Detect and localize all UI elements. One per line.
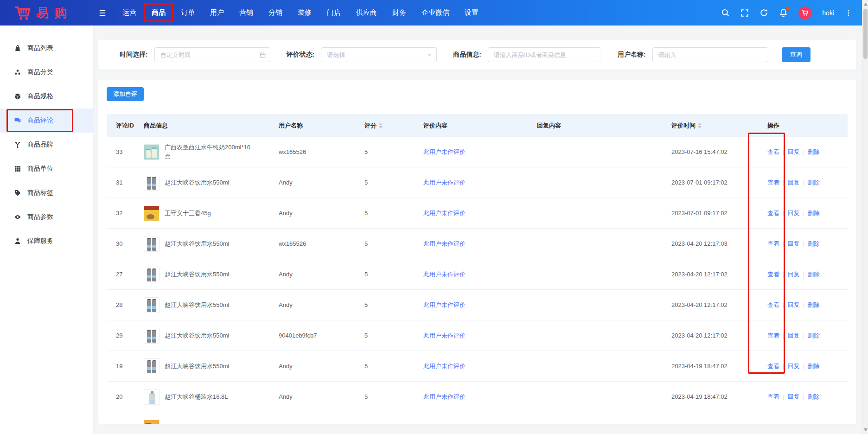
column-header-label: 回复内容 [537, 121, 561, 130]
nav-item-7[interactable]: 门店 [327, 8, 341, 17]
delete-link[interactable]: 删除 [808, 210, 820, 217]
delete-link[interactable]: 删除 [808, 424, 820, 424]
scrollbar-up-arrow[interactable] [864, 3, 868, 6]
time-range-input[interactable] [154, 47, 270, 62]
column-header-6[interactable]: 评价时间 [671, 121, 767, 130]
review-id: 33 [116, 148, 144, 155]
scrollbar-down-arrow[interactable] [864, 428, 868, 431]
review-content-link[interactable]: 此用户未作评价 [423, 301, 466, 308]
menu-fold-icon[interactable] [98, 9, 107, 17]
delete-link[interactable]: 删除 [808, 148, 820, 155]
column-header-4: 评价内容 [423, 121, 537, 130]
nav-item-10[interactable]: 企业微信 [421, 8, 449, 17]
view-link[interactable]: 查看 [767, 332, 779, 339]
reply-link[interactable]: 回复 [787, 210, 799, 217]
sidebar-item-7[interactable]: 商品参数 [0, 205, 93, 229]
nav-item-8[interactable]: 供应商 [356, 8, 377, 17]
view-link[interactable]: 查看 [767, 148, 779, 155]
cart-logo-icon [14, 5, 32, 21]
product-filter-group: 商品信息: [453, 47, 601, 62]
sidebar-item-label: 商品分类 [27, 68, 53, 77]
refresh-icon[interactable] [760, 8, 768, 17]
reply-link[interactable]: 回复 [787, 424, 799, 424]
sidebar-item-5[interactable]: 商品单位 [0, 157, 93, 181]
username[interactable]: hoki [822, 9, 834, 17]
delete-link[interactable]: 删除 [808, 240, 820, 247]
column-header-3[interactable]: 评分 [364, 121, 423, 130]
nav-item-11[interactable]: 设置 [465, 8, 479, 17]
search-icon[interactable] [721, 8, 730, 17]
column-header-5: 回复内容 [537, 121, 671, 130]
sidebar-item-6[interactable]: 商品标签 [0, 181, 93, 205]
delete-link[interactable]: 删除 [808, 363, 820, 370]
sort-caret-icon[interactable] [379, 123, 383, 128]
review-content-link[interactable]: 此用户未作评价 [423, 210, 466, 217]
nav-item-1[interactable]: 商品 [152, 8, 166, 17]
table-header-row: 评论ID商品信息用户名称评分评价内容回复内容评价时间操作 [107, 114, 848, 137]
reply-link[interactable]: 回复 [787, 240, 799, 247]
status-select[interactable] [321, 47, 437, 62]
nav-item-9[interactable]: 财务 [392, 8, 406, 17]
view-link[interactable]: 查看 [767, 393, 779, 400]
view-link[interactable]: 查看 [767, 301, 779, 308]
avatar[interactable] [798, 6, 811, 19]
reply-link[interactable]: 回复 [787, 393, 799, 400]
fullscreen-icon[interactable] [740, 9, 749, 17]
view-link[interactable]: 查看 [767, 179, 779, 186]
view-link[interactable]: 查看 [767, 363, 779, 370]
nav-item-0[interactable]: 运营 [122, 8, 136, 17]
reply-link[interactable]: 回复 [787, 332, 799, 339]
query-button[interactable]: 查询 [782, 47, 811, 62]
bell-icon[interactable] [779, 8, 788, 17]
view-link[interactable]: 查看 [767, 271, 779, 278]
delete-link[interactable]: 删除 [808, 271, 820, 278]
reply-link[interactable]: 回复 [787, 148, 799, 155]
nav-item-6[interactable]: 装修 [298, 8, 312, 17]
reply-link[interactable]: 回复 [787, 179, 799, 186]
sidebar-item-3[interactable]: 商品评论 [0, 108, 93, 133]
review-content-link[interactable]: 此用户未作评价 [423, 363, 466, 370]
add-self-review-button[interactable]: 添加自评 [107, 87, 144, 101]
nav-item-5[interactable]: 分销 [268, 8, 282, 17]
table-row: 29赵江大峡谷饮用水550ml90401eb9fcb75此用户未作评价2023-… [107, 320, 848, 351]
review-content-link[interactable]: 此用户未作评价 [423, 393, 466, 400]
vertical-scrollbar[interactable] [862, 0, 868, 434]
sidebar-item-0[interactable]: 商品列表 [0, 36, 93, 60]
review-content-link[interactable]: 此用户未作评价 [423, 271, 466, 278]
top-navbar: 易购 运营商品订单用户营销分销装修门店供应商财务企业微信设置 hoki [0, 0, 868, 26]
delete-link[interactable]: 删除 [808, 179, 820, 186]
app-logo[interactable]: 易购 [0, 5, 93, 21]
action-separator: | [803, 148, 804, 155]
row-actions-cell: 查看|回复|删除 [767, 148, 848, 156]
more-dots-icon[interactable] [845, 9, 852, 17]
delete-link[interactable]: 删除 [808, 301, 820, 308]
sidebar-item-2[interactable]: 商品规格 [0, 84, 93, 108]
delete-link[interactable]: 删除 [808, 332, 820, 339]
product-info-cell: 赵江大峡谷饮用水550ml [144, 358, 279, 374]
view-link[interactable]: 查看 [767, 424, 779, 424]
column-header-label: 评价内容 [423, 121, 447, 130]
review-content-link[interactable]: 此用户未作评价 [423, 148, 466, 155]
review-content-link[interactable]: 此用户未作评价 [423, 332, 466, 339]
view-link[interactable]: 查看 [767, 210, 779, 217]
user-name-input[interactable] [652, 47, 768, 62]
reply-link[interactable]: 回复 [787, 271, 799, 278]
nav-item-label: 营销 [239, 8, 253, 16]
sidebar-item-8[interactable]: 保障服务 [0, 229, 93, 253]
nav-item-2[interactable]: 订单 [181, 8, 195, 17]
reply-link[interactable]: 回复 [787, 301, 799, 308]
sort-caret-icon[interactable] [698, 123, 702, 128]
scrollbar-thumb[interactable] [863, 9, 868, 59]
nav-item-4[interactable]: 营销 [239, 8, 253, 17]
reply-link[interactable]: 回复 [787, 363, 799, 370]
review-content-link[interactable]: 此用户未作评价 [423, 240, 466, 247]
delete-link[interactable]: 删除 [808, 393, 820, 400]
sidebar-item-4[interactable]: 商品品牌 [0, 133, 93, 157]
nav-item-3[interactable]: 用户 [210, 8, 224, 17]
sidebar-item-1[interactable]: 商品分类 [0, 60, 93, 84]
review-content-link[interactable]: 此用户未作评价 [423, 179, 466, 186]
product-info-input[interactable] [488, 47, 601, 62]
review-content-link[interactable]: 此用户未作评价 [423, 424, 466, 424]
view-link[interactable]: 查看 [767, 240, 779, 247]
review-score: 5 [364, 363, 423, 370]
